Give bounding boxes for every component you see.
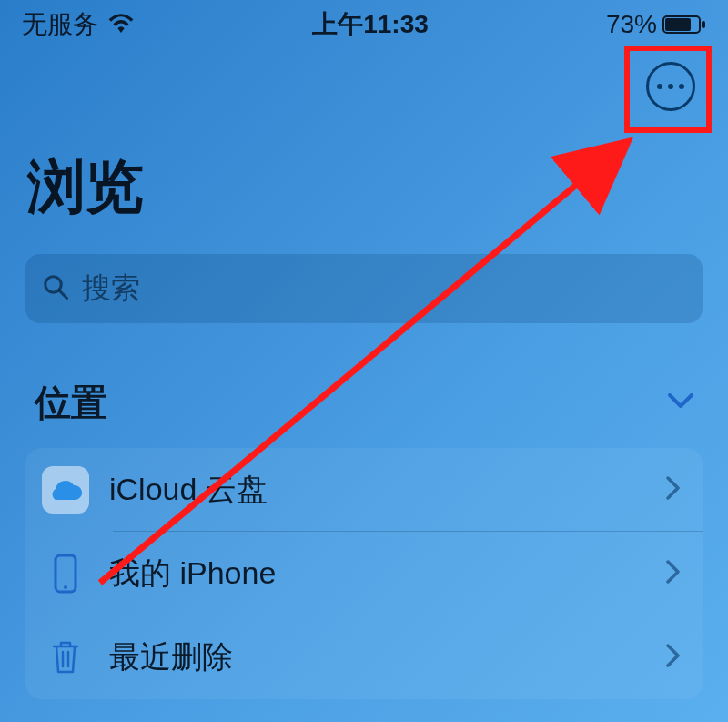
list-item-label: 最近删除: [109, 636, 646, 678]
list-item-label: 我的 iPhone: [109, 553, 646, 595]
more-options-button[interactable]: [646, 62, 695, 111]
status-bar: 无服务 上午11:33 73%: [0, 0, 728, 46]
section-header-locations[interactable]: 位置: [0, 332, 728, 442]
locations-list: iCloud 云盘 我的 iPhone 最近删除: [25, 448, 703, 699]
chevron-down-icon: [668, 393, 693, 413]
battery-icon: [662, 15, 706, 35]
search-icon: [42, 273, 69, 304]
svg-rect-1: [665, 18, 691, 31]
svg-point-6: [64, 585, 67, 589]
carrier-text: 无服务: [22, 7, 98, 42]
battery-percent: 73%: [606, 10, 657, 39]
cloud-icon: [42, 466, 89, 514]
chevron-right-icon: [666, 644, 681, 671]
search-placeholder: 搜索: [82, 269, 140, 309]
ellipsis-icon: [657, 84, 662, 89]
search-input[interactable]: 搜索: [25, 254, 703, 323]
list-item-label: iCloud 云盘: [109, 469, 646, 511]
svg-line-4: [59, 290, 67, 299]
wifi-icon: [107, 10, 135, 39]
clock-text: 上午11:33: [312, 7, 429, 42]
chevron-right-icon: [666, 476, 681, 503]
svg-rect-2: [702, 21, 705, 28]
section-title: 位置: [35, 378, 107, 428]
trash-icon: [42, 634, 89, 681]
page-title: 浏览: [0, 120, 728, 245]
list-item-recently-deleted[interactable]: 最近删除: [25, 615, 703, 699]
phone-icon: [42, 550, 89, 597]
list-item-icloud[interactable]: iCloud 云盘: [25, 448, 703, 532]
chevron-right-icon: [666, 560, 681, 587]
list-item-iphone[interactable]: 我的 iPhone: [25, 532, 703, 615]
